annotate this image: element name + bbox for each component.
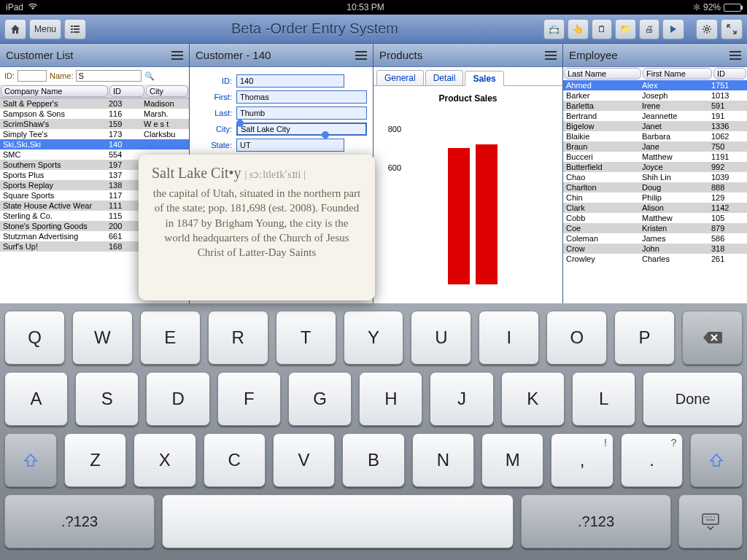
svg-rect-7: [703, 514, 719, 524]
mode-key-left[interactable]: .?123: [4, 494, 155, 548]
key-x[interactable]: X: [133, 433, 196, 487]
key-l[interactable]: L: [572, 372, 635, 426]
key-s[interactable]: S: [75, 372, 139, 426]
employee-row[interactable]: BlaikieBarbara1062: [563, 131, 747, 141]
city-field[interactable]: [236, 122, 367, 136]
employee-row[interactable]: BertrandJeannette191: [563, 111, 747, 121]
key-u[interactable]: U: [411, 311, 471, 365]
key-m[interactable]: M: [481, 433, 543, 487]
col-firstname[interactable]: First Name: [643, 68, 712, 79]
key-o[interactable]: O: [546, 311, 607, 365]
key-b[interactable]: B: [342, 433, 404, 487]
col-company[interactable]: Company Name: [1, 85, 108, 97]
shift-key-left[interactable]: [4, 433, 57, 487]
employee-row[interactable]: CrowJohn318: [563, 244, 747, 254]
employee-row[interactable]: CobbMatthew105: [563, 213, 747, 223]
expand-button[interactable]: [721, 19, 743, 39]
space-key[interactable]: [162, 494, 514, 548]
key-n[interactable]: N: [412, 433, 474, 487]
tool-button-1[interactable]: 📇: [543, 19, 565, 39]
employee-row[interactable]: BraunJane750: [563, 141, 747, 152]
customer-row[interactable]: Salt & Pepper's203Madison: [0, 98, 189, 109]
key-h[interactable]: H: [359, 372, 422, 426]
key-g[interactable]: G: [288, 372, 352, 426]
done-key[interactable]: Done: [643, 372, 743, 426]
toolbar: Menu Beta -Order Entry System 📇 👆 🗒 📁 🖨: [0, 15, 747, 44]
customer-row[interactable]: Sampson & Sons116Marsh.: [0, 109, 189, 119]
hide-keyboard-key[interactable]: [678, 494, 743, 548]
key-j[interactable]: J: [430, 372, 493, 426]
panel-menu-icon[interactable]: [545, 51, 557, 60]
id-field[interactable]: [236, 74, 344, 88]
key-w[interactable]: W: [72, 311, 133, 365]
svg-point-6: [705, 28, 708, 31]
key-p[interactable]: P: [614, 311, 675, 365]
menu-button[interactable]: Menu: [29, 19, 61, 39]
employee-row[interactable]: BarlettaIrene591: [563, 101, 747, 111]
col-lastname[interactable]: Last Name: [564, 68, 641, 79]
list-toggle-button[interactable]: [64, 19, 86, 39]
filter-id-input[interactable]: [18, 70, 47, 82]
employee-row[interactable]: BigelowJanet1336: [563, 121, 747, 131]
print-button[interactable]: 🖨: [639, 19, 659, 39]
comma-key[interactable]: !,: [551, 433, 613, 487]
customer-row[interactable]: ScrimShaw's159W e s t: [0, 119, 189, 129]
tool-button-2[interactable]: 👆: [568, 19, 589, 39]
search-icon[interactable]: 🔍: [144, 71, 155, 81]
tab-sales[interactable]: Sales: [465, 71, 503, 86]
key-r[interactable]: R: [208, 311, 268, 365]
key-a[interactable]: A: [4, 372, 68, 426]
key-t[interactable]: T: [276, 311, 336, 365]
employee-row[interactable]: CoeKristen879: [563, 223, 747, 233]
employee-list-body[interactable]: AhmedAlex1751BarkerJoseph1013BarlettaIre…: [563, 80, 747, 264]
panel-menu-icon[interactable]: [729, 51, 741, 60]
tool-button-3[interactable]: 🗒: [592, 19, 612, 39]
dictionary-popup[interactable]: Salt Lake Cit•y | sɔːltleɪkˈsɪti | the c…: [139, 155, 375, 300]
mode-key-right[interactable]: .?123: [521, 494, 671, 548]
employee-row[interactable]: ChaoShih Lin1039: [563, 172, 747, 182]
col-id[interactable]: ID: [109, 85, 144, 97]
backspace-key[interactable]: [682, 311, 743, 365]
tab-detail[interactable]: Detail: [425, 70, 464, 85]
panel-menu-icon[interactable]: [171, 51, 183, 60]
col-empid[interactable]: ID: [713, 68, 746, 79]
first-field[interactable]: [236, 90, 367, 104]
products-title: Products: [379, 49, 422, 61]
key-z[interactable]: Z: [64, 433, 126, 487]
key-c[interactable]: C: [204, 433, 266, 487]
tab-general[interactable]: General: [376, 70, 424, 85]
selection-handle-start[interactable]: [236, 120, 244, 127]
home-button[interactable]: [4, 19, 26, 39]
employee-row[interactable]: AhmedAlex1751: [563, 80, 747, 90]
shift-key-right[interactable]: [690, 433, 743, 487]
employee-row[interactable]: BarkerJoseph1013: [563, 90, 747, 101]
key-q[interactable]: Q: [4, 311, 65, 365]
employee-row[interactable]: CharltonDoug888: [563, 182, 747, 192]
period-key[interactable]: ?.: [621, 433, 683, 487]
settings-button[interactable]: [696, 19, 718, 39]
customer-row[interactable]: Simply Tee's173Clarksbu: [0, 129, 189, 139]
key-v[interactable]: V: [273, 433, 335, 487]
key-f[interactable]: F: [217, 372, 281, 426]
folder-button[interactable]: 📁: [615, 19, 636, 39]
last-field[interactable]: [236, 106, 367, 120]
selection-handle-end[interactable]: [322, 131, 329, 139]
state-field[interactable]: [236, 139, 344, 152]
key-d[interactable]: D: [146, 372, 209, 426]
employee-row[interactable]: ButterfieldJoyce992: [563, 162, 747, 172]
key-k[interactable]: K: [501, 372, 565, 426]
employee-row[interactable]: BucceriMatthew1191: [563, 152, 747, 162]
battery-icon: [724, 4, 741, 12]
customer-row[interactable]: Ski,Ski,Ski140: [0, 139, 189, 149]
col-city[interactable]: City: [146, 85, 188, 97]
key-e[interactable]: E: [140, 311, 201, 365]
forward-button[interactable]: [662, 19, 684, 39]
key-y[interactable]: Y: [344, 311, 404, 365]
employee-row[interactable]: ClarkAlison1142: [563, 203, 747, 213]
employee-row[interactable]: CrowleyCharles261: [563, 254, 747, 264]
employee-row[interactable]: ChinPhilip129: [563, 192, 747, 203]
filter-name-input[interactable]: [76, 70, 142, 82]
panel-menu-icon[interactable]: [355, 51, 367, 60]
key-i[interactable]: I: [479, 311, 539, 365]
employee-row[interactable]: ColemanJames586: [563, 233, 747, 244]
